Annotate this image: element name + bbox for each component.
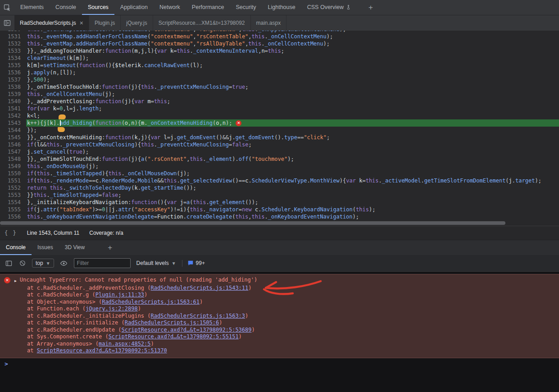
line-number[interactable]: 1542 [0,112,26,119]
line-number[interactable]: 1552 [0,184,26,191]
line-code[interactable]: },500); [26,76,559,83]
horizontal-scrollbar[interactable] [0,220,559,226]
line-number[interactable]: 1546 [0,141,26,148]
tab-sources[interactable]: Sources [82,0,114,15]
line-number[interactable]: 1544 [0,127,26,134]
context-selector[interactable]: top ▼ [32,259,54,268]
tab-security[interactable]: Security [230,0,262,15]
issues-badge[interactable]: 99+ [187,260,205,266]
more-panels-button[interactable]: + [363,0,378,15]
line-code[interactable]: j.apply(n,[l]); [26,69,559,76]
line-code[interactable]: this._onDocMouseUp(j); [26,163,559,170]
file-tab-jquery-js[interactable]: jQuery.js [121,15,153,31]
drawer-tab-3d-view[interactable]: 3D View [59,240,91,255]
editor-status-bar: { } Line 1543, Column 11 Coverage: n/a [0,226,559,240]
console-sidebar-icon[interactable] [4,260,13,267]
log-levels-selector[interactable]: Default levels ▼ [136,259,177,267]
line-number[interactable]: 1543 [0,119,26,127]
line-number[interactable]: 1540 [0,98,26,105]
selection-handle-top[interactable] [59,114,66,119]
file-tab-main-aspx[interactable]: main.aspx [251,15,287,31]
line-number[interactable]: 1551 [0,177,26,184]
console-prompt[interactable]: > [0,358,559,370]
line-code[interactable]: this._eventMap.addHandlerForClassName("c… [26,33,559,40]
clear-console-button[interactable] [18,260,27,266]
file-tab-scriptresource-xm1-t-13798092[interactable]: ScriptResource....XM1&t=13798092 [153,15,251,31]
file-tab-radschedulerscripts-js[interactable]: RadSchedulerScripts.js× [14,15,89,31]
line-number[interactable]: 1538 [0,83,26,91]
file-tab-plugin-js[interactable]: Plugin.js [89,15,121,31]
live-expression-icon[interactable] [59,260,69,267]
line-code[interactable]: this._eventMap.addHandlerForClassName("c… [26,40,559,47]
tab-css-overview[interactable]: CSS Overview [301,0,357,15]
line-number[interactable]: 1535 [0,62,26,69]
line-number[interactable]: 1531 [0,33,26,40]
stack-link[interactable]: RadSchedulerScripts.js:1563:61 [102,299,200,305]
stack-link[interactable]: ScriptResource.axd?d…&t=13798092:5:55151 [109,333,239,340]
tab-performance[interactable]: Performance [186,0,230,15]
line-code[interactable]: if(l&&this._preventCtxMenuClosing){this.… [26,141,559,148]
tab-lighthouse[interactable]: Lighthouse [262,0,301,15]
line-number[interactable]: 1545 [0,134,26,141]
close-icon[interactable]: × [80,20,83,26]
inspect-icon[interactable] [0,0,14,15]
drawer-tab-issues[interactable]: Issues [32,240,59,255]
line-code[interactable]: for(var k=0,l=j.length; [26,105,559,112]
line-number[interactable]: 1554 [0,199,26,206]
line-code[interactable]: clearTimeout(k[m]); [26,55,559,62]
line-number[interactable]: 1548 [0,155,26,163]
line-code[interactable]: if(j.attr("tabIndex")>=0||j.attr("access… [26,206,559,213]
line-number[interactable]: 1533 [0,47,26,55]
line-code[interactable]: j.set_cancel(true); [26,148,559,155]
line-code[interactable]: }},_onContextMenuHiding:function(k,j){va… [26,134,559,141]
line-code[interactable]: }},_addLongTouchHandler:function(m,j,l){… [26,47,559,55]
line-code[interactable]: this._onKeyboardEventNavigationDelegate=… [26,213,559,220]
line-code[interactable]: k++){j[k].add_hiding(function(o,n){m._on… [26,119,559,127]
tab-console[interactable]: Console [50,0,82,15]
stack-link[interactable]: Plugin.js:11:33 [95,292,144,298]
stack-link[interactable]: main.aspx:4852:5 [99,341,151,347]
scrollbar-thumb[interactable] [0,221,505,225]
drawer-tab-console[interactable]: Console [0,240,32,255]
line-number[interactable]: 1555 [0,206,26,213]
line-code[interactable]: },_onTimeSlotTouchHold:function(j){this.… [26,83,559,91]
navigator-toggle-icon[interactable] [0,15,14,31]
stack-link[interactable]: jQuery.js:2:2898 [86,305,138,312]
stack-link[interactable]: ScriptResource.axd?d…&t=13798092:5:51370 [37,347,167,354]
line-code[interactable]: k<l; [26,112,559,119]
line-code[interactable]: },_initializeKeyboardNavigation:function… [26,199,559,206]
line-code[interactable]: k[m]=setTimeout(function(){$telerik.canc… [26,62,559,69]
line-code[interactable]: },_addPreventClosing:function(j){var m=t… [26,98,559,105]
line-number[interactable]: 1539 [0,91,26,98]
line-number[interactable]: 1550 [0,170,26,177]
stack-link[interactable]: RadSchedulerScripts.js:1543:11 [151,285,249,291]
expand-triangle-icon[interactable]: ▶ [14,278,17,285]
line-number[interactable]: 1537 [0,76,26,83]
line-number[interactable]: 1536 [0,69,26,76]
stack-link[interactable]: RadSchedulerScripts.js:1505:6 [125,319,219,326]
line-code[interactable]: if(this._renderMode==c.RenderMode.Mobile… [26,177,559,184]
filter-input[interactable] [74,258,131,268]
line-number[interactable]: 1549 [0,163,26,170]
line-number[interactable]: 1553 [0,191,26,199]
tab-elements[interactable]: Elements [14,0,50,15]
pretty-print-button[interactable]: { } [5,230,17,236]
tab-application[interactable]: Application [114,0,154,15]
line-number[interactable]: 1532 [0,40,26,47]
line-code[interactable]: return this._switchToSelectedDay(k.get_s… [26,184,559,191]
add-drawer-tab-button[interactable]: + [102,240,118,255]
line-code[interactable]: this._onCellContextMenu(j); [26,91,559,98]
line-number[interactable]: 1541 [0,105,26,112]
line-code[interactable]: if(this._timeSlotTapped){this._onCellMou… [26,170,559,177]
line-number[interactable]: 1556 [0,213,26,220]
line-code[interactable]: }},_onTimeSlotTouchEnd:function(j){a(".r… [26,155,559,163]
stack-link[interactable]: ScriptResource.axd?d…&t=13798092:5:53689 [122,327,252,333]
line-number[interactable]: 1534 [0,55,26,62]
line-number[interactable]: 1547 [0,148,26,155]
stack-link[interactable]: RadSchedulerScripts.js:1563:3 [151,313,245,319]
tab-network[interactable]: Network [154,0,186,15]
error-marker-icon[interactable]: ✕ [236,120,241,126]
selection-handle-bottom[interactable] [58,127,65,132]
line-code[interactable]: }); [26,127,559,134]
line-code[interactable]: }}this._timeSlotTapped=false; [26,191,559,199]
